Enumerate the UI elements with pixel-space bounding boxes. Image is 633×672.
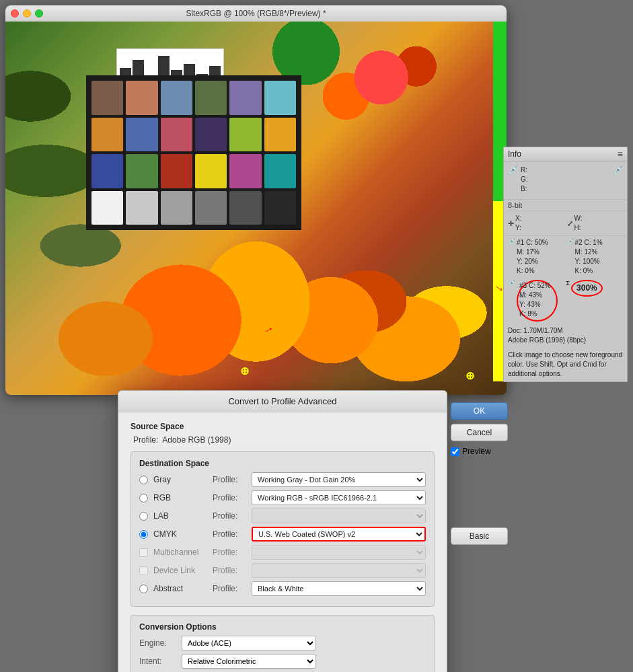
color-checker-cell: [126, 191, 157, 225]
sample4-icon: Σ: [566, 280, 570, 287]
title-bar: SitexRGB @ 100% (RGB/8*/Preview) *: [5, 5, 507, 22]
abstract-row: Abstract Profile: Black & White: [139, 581, 426, 596]
sample2-icon: 💉: [566, 238, 574, 245]
rgb-profile-label: Profile:: [213, 493, 246, 502]
color-checker-cell: [229, 118, 261, 152]
device-link-select[interactable]: [252, 563, 426, 578]
bit-depth: 8-bit: [504, 200, 627, 211]
convert-to-profile-dialog: Convert to Profile Advanced Source Space…: [118, 390, 447, 672]
gray-radio[interactable]: [139, 476, 148, 484]
gray-row: Gray Profile: Working Gray - Dot Gain 20…: [139, 472, 426, 487]
multichannel-profile-label: Profile:: [213, 548, 246, 557]
multichannel-row: Multichannel Profile:: [139, 545, 426, 560]
multichannel-label: Multichannel: [153, 548, 207, 557]
intent-label: Intent:: [139, 657, 176, 666]
color-checker-cell: [195, 81, 227, 115]
rgb-profile-select[interactable]: Working RGB - sRGB IEC61966-2.1: [252, 490, 426, 505]
sample-3: 💉 #3 C: 52% M: 43% Y: 43% K: 8%: [508, 280, 565, 322]
sample-2: 💉 #2 C: 1% M: 12% Y: 100% K: 0%: [566, 238, 624, 276]
sample2-label: #2: [575, 239, 583, 246]
conversion-options-section: Conversion Options Engine: Adobe (ACE) I…: [131, 615, 435, 672]
engine-select[interactable]: Adobe (ACE): [182, 636, 316, 650]
close-button[interactable]: [11, 9, 19, 17]
color-checker-cell: [195, 154, 227, 188]
abstract-profile-label: Profile:: [213, 584, 246, 593]
color-checker-cell: [126, 154, 157, 188]
click-hint: Click image to choose new foreground col…: [504, 348, 627, 381]
cmyk-profile-select[interactable]: U.S. Web Coated (SWOP) v2: [252, 527, 426, 542]
color-checker-cell: [195, 191, 227, 225]
maximize-button[interactable]: [35, 9, 43, 17]
minimize-button[interactable]: [23, 9, 31, 17]
engine-label: Engine:: [139, 638, 176, 648]
preview-row: Preview: [451, 447, 508, 456]
window-title: SitexRGB @ 100% (RGB/8*/Preview) *: [186, 9, 326, 18]
cmyk-label: CMYK: [153, 529, 207, 539]
cmyk-profile-label: Profile:: [213, 529, 246, 539]
color-checker-cell: [161, 118, 192, 152]
intent-row: Intent: Relative Colorimetric: [139, 654, 426, 669]
color-checker-cell: [91, 191, 123, 225]
basic-button[interactable]: Basic: [451, 527, 508, 545]
canvas-area: ⊕ ⊕ 100% › Adobe RGB (1998) (8bpc) ›: [5, 22, 507, 395]
source-profile-row: Profile: Adobe RGB (1998): [131, 435, 435, 445]
sample4-value: 300%: [576, 283, 597, 293]
cmyk-row: CMYK Profile: U.S. Web Coated (SWOP) v2: [139, 527, 426, 542]
doc-info-section: Doc: 1.70M/1.70M Adobe RGB (1998) (8bpc): [504, 324, 627, 348]
multichannel-select[interactable]: [252, 545, 426, 560]
rgb-radio[interactable]: [139, 494, 148, 502]
color-checker-cell: [229, 154, 261, 188]
info-panel: Info ≡ 💉 R:G:B: 💉 8-bit ✛ X:Y:: [503, 147, 628, 382]
lab-label: LAB: [153, 511, 207, 521]
conversion-options-label: Conversion Options: [139, 622, 426, 632]
lab-profile-select[interactable]: [252, 509, 426, 523]
dialog-title: Convert to Profile Advanced: [118, 391, 447, 412]
info-panel-menu-icon[interactable]: ≡: [618, 149, 623, 159]
color-checker-cell: [264, 191, 296, 225]
sample3-icon: 💉: [508, 280, 515, 287]
color-checker-cell: [91, 154, 123, 188]
sample-1: 💉 #1 C: 50% M: 17% Y: 20% K: 0%: [508, 238, 565, 276]
cancel-button[interactable]: Cancel: [451, 424, 508, 441]
abstract-label: Abstract: [153, 584, 207, 593]
coords-section: ✛ X:Y: ⤢ W:H:: [504, 211, 627, 236]
preview-checkbox[interactable]: [451, 447, 459, 456]
sample3-label: #3: [519, 282, 527, 289]
info-panel-title: Info: [508, 149, 521, 159]
sample-4: Σ 300%: [566, 280, 624, 322]
device-link-label: Device Link: [153, 566, 207, 575]
preview-label: Preview: [462, 447, 491, 456]
intent-select[interactable]: Relative Colorimetric: [182, 654, 316, 669]
lab-radio[interactable]: [139, 512, 148, 521]
device-link-row: Device Link Profile:: [139, 563, 426, 578]
photo-content[interactable]: ⊕ ⊕: [5, 22, 507, 395]
source-space-section: Source Space Profile: Adobe RGB (1998): [131, 422, 435, 445]
abstract-radio[interactable]: [139, 585, 148, 593]
abstract-profile-select[interactable]: Black & White: [252, 581, 426, 596]
cmyk-radio[interactable]: [139, 530, 148, 539]
color-checker-cell: [126, 81, 157, 115]
crosshair-3: ⊕: [237, 365, 251, 378]
device-link-checkbox[interactable]: [139, 566, 148, 575]
second-eyedropper-icon: 💉: [613, 165, 623, 175]
eyedropper-icon: 💉: [508, 165, 518, 175]
dialog-buttons: OK Cancel Preview Basic: [451, 402, 508, 545]
ok-button[interactable]: OK: [451, 402, 508, 420]
color-checker-cell: [264, 118, 296, 152]
color-readout-section: 💉 R:G:B: 💉: [504, 161, 627, 200]
crosshair-icon: ✛: [508, 219, 514, 228]
crosshair-4: ⊕: [463, 369, 476, 383]
source-space-label: Source Space: [131, 422, 435, 431]
gray-profile-select[interactable]: Working Gray - Dot Gain 20%: [252, 472, 426, 487]
color-checker-cell: [91, 118, 123, 152]
color-checker-cell: [264, 81, 296, 115]
gray-profile-label: Profile:: [213, 475, 246, 484]
click-hint-text: Click image to choose new foreground col…: [508, 351, 622, 377]
sample1-label: #1: [517, 239, 524, 246]
color-checker-cell: [229, 191, 261, 225]
app-window: SitexRGB @ 100% (RGB/8*/Preview) *: [5, 5, 507, 395]
multichannel-checkbox[interactable]: [139, 548, 148, 557]
color-checker-cell: [161, 81, 192, 115]
sample-points-grid: 💉 #1 C: 50% M: 17% Y: 20% K: 0% 💉 #2 C: …: [504, 236, 627, 278]
dialog-body: Source Space Profile: Adobe RGB (1998) D…: [118, 412, 447, 672]
